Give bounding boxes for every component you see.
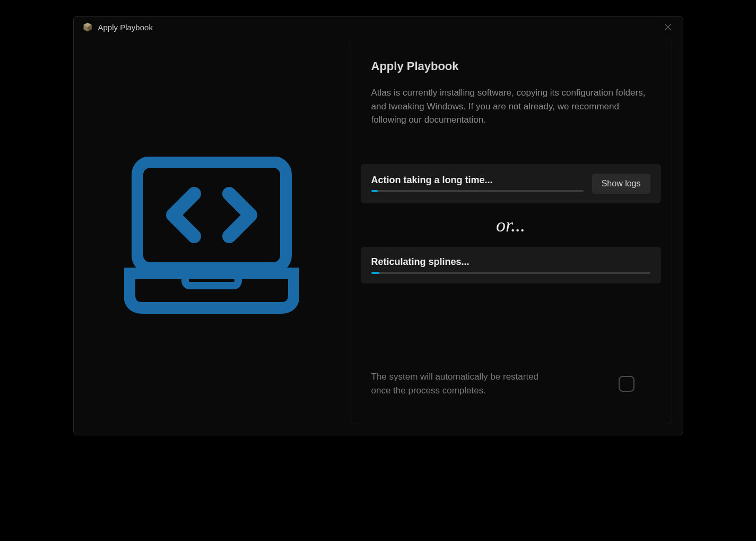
panel-title: Apply Playbook — [371, 59, 650, 73]
svg-rect-0 — [137, 162, 286, 268]
progress-label-second: Reticulating splines... — [371, 256, 650, 268]
progress-fill-first — [371, 190, 378, 192]
right-panel: Apply Playbook Atlas is currently instal… — [350, 38, 672, 424]
laptop-code-icon — [124, 157, 299, 316]
progress-card-first: Action taking a long time... Show logs — [361, 164, 661, 203]
progress-row: Action taking a long time... Show logs — [371, 174, 650, 194]
app-cube-icon — [82, 22, 93, 32]
content: Apply Playbook Atlas is currently instal… — [74, 38, 683, 435]
progress-label-first: Action taking a long time... — [371, 175, 584, 186]
titlebar-left: Apply Playbook — [82, 22, 153, 32]
progress-content-second: Reticulating splines... — [371, 256, 650, 274]
restart-checkbox[interactable] — [619, 376, 635, 392]
close-button[interactable] — [662, 21, 674, 33]
window: Apply Playbook — [73, 16, 683, 435]
panel-description: Atlas is currently installing software, … — [371, 86, 650, 127]
left-panel — [74, 38, 350, 435]
window-title: Apply Playbook — [98, 23, 153, 32]
progress-fill-second — [371, 272, 380, 274]
progress-content: Action taking a long time... — [371, 175, 584, 192]
progress-bar-first — [371, 190, 584, 192]
footer-text: The system will automatically be restart… — [371, 370, 552, 397]
panel-inner: Apply Playbook Atlas is currently instal… — [350, 59, 672, 359]
progress-card-second: Reticulating splines... — [361, 247, 661, 284]
footer: The system will automatically be restart… — [350, 359, 672, 413]
or-divider: or... — [371, 214, 650, 236]
progress-bar-second — [371, 272, 650, 274]
show-logs-button[interactable]: Show logs — [592, 174, 650, 194]
titlebar: Apply Playbook — [74, 16, 683, 38]
